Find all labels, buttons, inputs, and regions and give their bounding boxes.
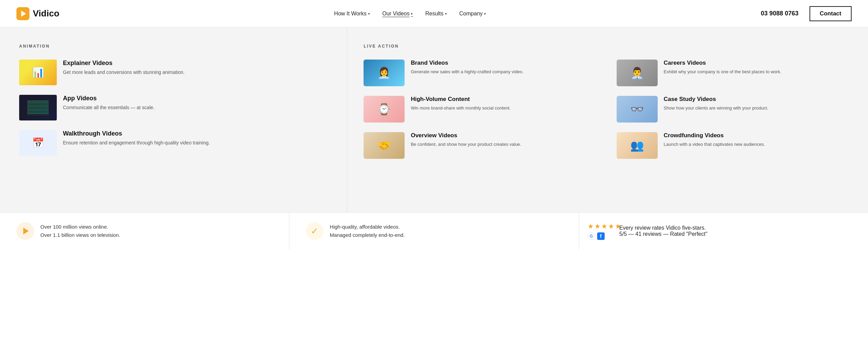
bottom-bar: Over 100 million views online. Over 1.1 … (0, 212, 868, 250)
hvc-title: High-Volume Content (411, 96, 511, 103)
check-icon: ✓ (306, 222, 324, 240)
explainer-title: Explainer Videos (63, 60, 185, 67)
hvc-desc: Win more brand-share with monthly social… (411, 105, 511, 112)
explainer-text: Explainer Videos Get more leads and conv… (63, 60, 185, 76)
overview-thumb (364, 132, 405, 159)
nav-our-videos[interactable]: Our Videos ▾ (382, 11, 413, 17)
phone-number[interactable]: 03 9088 0763 (761, 10, 799, 17)
logo[interactable]: Vidico (16, 7, 60, 20)
live-section: LIVE ACTION Brand Videos Generate new sa… (347, 27, 868, 212)
hvc-text: High-Volume Content Win more brand-share… (411, 96, 511, 112)
star-rating: ★ ★ ★ ★ ★ (588, 222, 621, 230)
menu-item-explainer[interactable]: Explainer Videos Get more leads and conv… (19, 60, 330, 85)
nav-results[interactable]: Results ▾ (425, 11, 447, 17)
chevron-down-icon: ▾ (445, 12, 447, 16)
quality-text: High-quality, affordable videos. Managed… (330, 223, 405, 239)
crowdfunding-text: Crowdfunding Videos Launch with a video … (664, 132, 765, 148)
live-grid: Brand Videos Generate new sales with a h… (364, 60, 849, 159)
menu-item-walkthrough[interactable]: Walkthrough Videos Ensure retention and … (19, 130, 330, 156)
overview-desc: Be confident, and show how your product … (411, 141, 521, 148)
bottom-item-reviews: ★ ★ ★ ★ ★ G f Every review rates Vidico … (579, 213, 868, 250)
live-label: LIVE ACTION (364, 44, 849, 49)
casestudy-text: Case Study Videos Show how your clients … (664, 96, 768, 112)
casestudy-desc: Show how your clients are winning with y… (664, 105, 768, 112)
casestudy-thumb (617, 96, 658, 123)
live-item-careers[interactable]: Careers Videos Exhibit why your company … (617, 60, 849, 86)
nav-links: How It Works ▾ Our Videos ▾ Results ▾ Co… (334, 11, 486, 17)
google-icon: G (588, 232, 595, 240)
crowdfunding-thumb (617, 132, 658, 159)
animation-menu-items: Explainer Videos Get more leads and conv… (19, 60, 330, 156)
live-item-brand[interactable]: Brand Videos Generate new sales with a h… (364, 60, 596, 86)
logo-icon (16, 7, 29, 20)
explainer-desc: Get more leads and conversions with stun… (63, 69, 185, 76)
crowdfunding-title: Crowdfunding Videos (664, 132, 765, 139)
live-item-crowdfunding[interactable]: Crowdfunding Videos Launch with a video … (617, 132, 849, 159)
brand-thumb (364, 60, 405, 86)
hvc-thumb (364, 96, 405, 123)
nav-company[interactable]: Company ▾ (459, 11, 486, 17)
nav-how-it-works[interactable]: How It Works ▾ (334, 11, 370, 17)
bottom-item-views: Over 100 million views online. Over 1.1 … (0, 213, 289, 250)
overview-title: Overview Videos (411, 132, 521, 139)
contact-button[interactable]: Contact (810, 6, 852, 21)
overview-text: Overview Videos Be confident, and show h… (411, 132, 521, 148)
app-text: App Videos Communicate all the essential… (63, 95, 155, 111)
animation-section: ANIMATION Explainer Videos Get more lead… (0, 27, 347, 212)
play-icon (16, 222, 34, 240)
careers-text: Careers Videos Exhibit why your company … (664, 60, 781, 75)
live-item-overview[interactable]: Overview Videos Be confident, and show h… (364, 132, 596, 159)
brand-text: Brand Videos Generate new sales with a h… (411, 60, 524, 75)
brand-desc: Generate new sales with a highly-crafted… (411, 68, 524, 75)
dropdown-panel: ANIMATION Explainer Videos Get more lead… (0, 27, 868, 212)
walkthrough-thumb (19, 130, 57, 156)
explainer-thumb (19, 60, 57, 85)
chevron-down-icon: ▾ (368, 12, 370, 16)
walkthrough-desc: Ensure retention and engagement through … (63, 139, 210, 146)
views-text: Over 100 million views online. Over 1.1 … (40, 223, 120, 239)
app-desc: Communicate all the essentials — at scal… (63, 104, 155, 111)
app-title: App Videos (63, 95, 155, 102)
walkthrough-text: Walkthrough Videos Ensure retention and … (63, 130, 210, 146)
animation-label: ANIMATION (19, 44, 330, 49)
casestudy-title: Case Study Videos (664, 96, 768, 103)
facebook-icon: f (597, 232, 605, 240)
stars-icon: ★ ★ ★ ★ ★ G f (595, 222, 613, 240)
app-thumb (19, 95, 57, 120)
social-icons: G f (588, 232, 621, 240)
chevron-down-icon: ▾ (484, 12, 486, 16)
chevron-down-icon: ▾ (411, 12, 413, 16)
bottom-item-quality: ✓ High-quality, affordable videos. Manag… (289, 213, 579, 250)
brand-title: Brand Videos (411, 60, 524, 66)
menu-item-app[interactable]: App Videos Communicate all the essential… (19, 95, 330, 120)
crowdfunding-desc: Launch with a video that captivates new … (664, 141, 765, 148)
logo-text: Vidico (33, 8, 60, 19)
careers-thumb (617, 60, 658, 86)
careers-title: Careers Videos (664, 60, 781, 66)
live-item-hvc[interactable]: High-Volume Content Win more brand-share… (364, 96, 596, 123)
reviews-text: Every review rates Vidico five-stars. 5/… (619, 225, 708, 237)
navbar: Vidico How It Works ▾ Our Videos ▾ Resul… (0, 0, 868, 27)
careers-desc: Exhibit why your company is one of the b… (664, 68, 781, 75)
walkthrough-title: Walkthrough Videos (63, 130, 210, 137)
live-item-casestudy[interactable]: Case Study Videos Show how your clients … (617, 96, 849, 123)
nav-right: 03 9088 0763 Contact (761, 6, 852, 21)
